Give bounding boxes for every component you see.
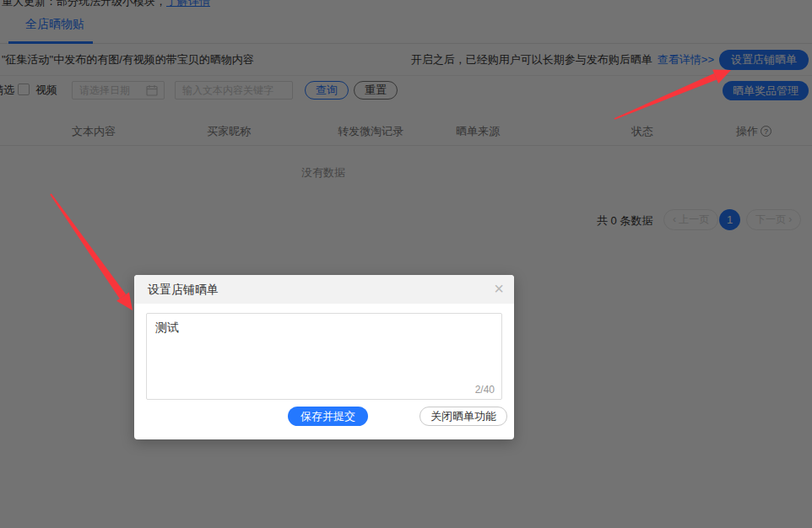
- modal-header: 设置店铺晒单 ×: [134, 275, 514, 304]
- close-feature-button[interactable]: 关闭晒单功能: [420, 407, 507, 426]
- char-counter: 2/40: [475, 384, 495, 396]
- review-text-field-wrap: 测试 2/40: [146, 313, 502, 400]
- modal-title: 设置店铺晒单: [148, 275, 219, 304]
- setup-shop-review-modal: 设置店铺晒单 × 测试 2/40 保存并提交 关闭晒单功能: [134, 275, 514, 439]
- review-posts-admin-page: 重大更新：部分玩法升级小模块，了解详情 全店晒物贴 "征集活动"中发布的有图/有…: [0, 0, 812, 528]
- review-text-field[interactable]: 测试: [147, 314, 501, 399]
- modal-overlay-mask: [0, 0, 812, 528]
- close-icon[interactable]: ×: [494, 275, 504, 302]
- save-submit-button[interactable]: 保存并提交: [288, 407, 368, 426]
